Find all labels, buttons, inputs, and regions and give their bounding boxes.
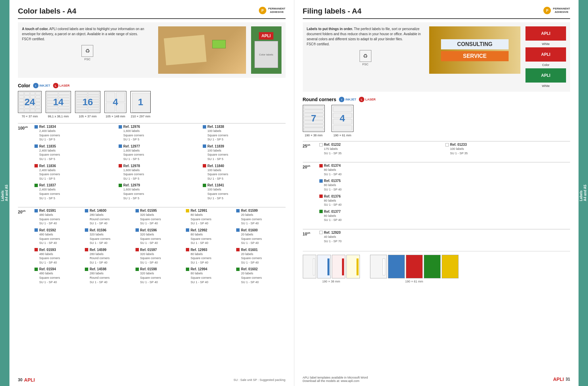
right-sh25-col2: Ref. 01233 100 labelsSU 1 - SP 35 bbox=[444, 143, 570, 158]
ref-11841-detail: 100 labelsSquare cornersSU 1 - SP 5 bbox=[203, 187, 284, 200]
right-title: Filing labels - A4 bbox=[303, 7, 362, 16]
ref-01377-text: Ref. 01377 bbox=[324, 210, 341, 213]
right-sh20-row: 20sh Ref. 01374 80 labelsSU 1 - SP 40 Re… bbox=[303, 162, 570, 225]
round-section-text: Round corners bbox=[303, 97, 337, 102]
product-01600: Ref. 01600 20 labelsSquare cornersSU 1 -… bbox=[236, 228, 284, 245]
ref-14599-detail: 280 labelsRound cornersSU 1 - SP 40 bbox=[85, 252, 132, 265]
dot-11836 bbox=[34, 164, 38, 167]
bottom-section: 190 × 38 mm 190 × bbox=[303, 251, 570, 283]
size-item-24: 24 70 × 37 mm bbox=[18, 91, 42, 118]
ref-11834-label: Ref. 11834 bbox=[34, 125, 116, 129]
binder-row-38 bbox=[303, 255, 360, 278]
right-header: Filing labels - A4 P PERMANENTADHESIVE bbox=[303, 7, 570, 19]
sh100-col3: Ref. 11838 100 labelsSquare cornersSU 1 … bbox=[201, 125, 286, 203]
dot-11834 bbox=[34, 125, 38, 129]
ref-11841-label: Ref. 11841 bbox=[203, 183, 284, 187]
product-01593: Ref. 01593 480 labelsSquare cornersSU 1 … bbox=[34, 248, 82, 265]
dot-01597 bbox=[136, 248, 139, 251]
dot-01596b bbox=[136, 228, 139, 232]
product-11836: Ref. 11836 2,400 labelsSquare cornersSU … bbox=[34, 164, 116, 181]
laser-dot: L bbox=[53, 83, 58, 88]
binder-wide-blue bbox=[388, 255, 405, 278]
dot-01600 bbox=[236, 228, 240, 232]
ref-12991-label: Ref. 12991 bbox=[186, 209, 234, 212]
dot-11835 bbox=[34, 144, 38, 148]
binder-red bbox=[332, 255, 345, 278]
right-sh20-col1: Ref. 01374 80 labelsSU 1 - SP 40 Ref. 01… bbox=[318, 164, 570, 225]
left-title: Color labels - A4 bbox=[18, 7, 76, 16]
intro-image-envelope bbox=[158, 26, 246, 74]
left-footer-brand: 30 APLI bbox=[18, 377, 35, 383]
ref-01591-text: Ref. 01591 bbox=[39, 209, 56, 212]
count-1: 1 bbox=[138, 97, 143, 108]
right-tab-text: LabelsA4 and A5 bbox=[579, 185, 587, 201]
prod-img-color: APLI bbox=[525, 47, 566, 62]
preview-16: 16 bbox=[75, 91, 100, 113]
product-01591: Ref. 01591 480 labelsSquare cornersSU 1 … bbox=[34, 209, 82, 226]
ref-01233-label: Ref. 01233 bbox=[445, 143, 569, 146]
inkjet-dot: i bbox=[33, 83, 39, 88]
product-01595: Ref. 01595 320 labelsSquare cornersSU 1 … bbox=[136, 209, 183, 226]
ref-01602-text: Ref. 01602 bbox=[241, 267, 258, 271]
ref-01375-detail: 80 labelsSU 1 - SP 40 bbox=[319, 183, 569, 191]
dot-01233 bbox=[445, 143, 449, 146]
right-sh25-columns: Ref. 01232 175 labelsSU 1 - SP 35 Ref. 0… bbox=[318, 143, 570, 158]
ref-01591-detail: 480 labelsSquare cornersSU 1 - SP 40 bbox=[34, 213, 82, 226]
right-side-tab: LabelsA4 and A5 bbox=[579, 0, 588, 386]
product-01597: Ref. 01597 320 labelsSquare cornersSU 1 … bbox=[136, 248, 183, 265]
product-12976: Ref. 12976 1,600 labelsSquare cornersSU … bbox=[119, 125, 200, 142]
fsc-text-right: FSC bbox=[362, 63, 368, 66]
dims-16: 105 × 37 mm bbox=[79, 115, 97, 118]
right-products-25sh: 25sh Ref. 01232 175 labelsSU 1 - SP 35 bbox=[303, 141, 570, 158]
right-products-20sh: 20sh Ref. 01374 80 labelsSU 1 - SP 40 Re… bbox=[303, 162, 570, 225]
ref-11838-label: Ref. 11838 bbox=[203, 125, 284, 129]
prod-img-white2: APLI bbox=[525, 68, 566, 83]
dot-14598 bbox=[85, 268, 88, 271]
ref-11837-label: Ref. 11837 bbox=[34, 183, 116, 187]
dot-11839 bbox=[203, 144, 206, 148]
ref-01374-text: Ref. 01374 bbox=[324, 164, 341, 167]
ref-01600-text: Ref. 01600 bbox=[241, 228, 258, 232]
left-permanent-badge: P PERMANENTADHESIVE bbox=[259, 7, 286, 14]
binder-group-38: 190 × 38 mm bbox=[303, 255, 360, 283]
ref-12992-text: Ref. 12992 bbox=[191, 228, 207, 232]
product-14599: Ref. 14599 280 labelsRound cornersSU 1 -… bbox=[85, 248, 132, 265]
right-permanent-text: PERMANENTADHESIVE bbox=[553, 7, 570, 14]
product-01377: Ref. 01377 80 labelsSU 1 - SP 40 bbox=[319, 210, 569, 222]
ref-01596b-text: Ref. 01596 bbox=[140, 228, 157, 232]
ref-01602-label: Ref. 01602 bbox=[236, 267, 284, 271]
left-page-num: 30 bbox=[18, 378, 22, 382]
size-item-4: 4 105 × 148 mm bbox=[104, 91, 126, 118]
dot-12977 bbox=[119, 144, 122, 148]
ref-12977-label: Ref. 12977 bbox=[119, 144, 200, 148]
ref-14599-label: Ref. 14599 bbox=[85, 248, 132, 252]
bottom-visuals: 190 × 38 mm 190 × bbox=[303, 255, 570, 283]
bottom-size2: 190 × 61 mm bbox=[370, 280, 459, 283]
product-12977: Ref. 12977 1,600 labelsSquare cornersSU … bbox=[119, 144, 200, 161]
count-4: 4 bbox=[113, 97, 118, 108]
dot-12978 bbox=[119, 164, 122, 167]
ref-01233-detail: 100 labelsSU 1 - SP 35 bbox=[445, 147, 569, 155]
ref-14600-label: Ref. 14600 bbox=[85, 209, 132, 212]
ref-01601-label: Ref. 01601 bbox=[236, 248, 284, 252]
right-permanent-badge: P PERMANENTADHESIVE bbox=[543, 7, 570, 14]
color-label: Color bbox=[525, 63, 566, 67]
left-intro-text: A touch of color. APLI colored labels ar… bbox=[22, 26, 153, 42]
right-sh25-row: 25sh Ref. 01232 175 labelsSU 1 - SP 35 bbox=[303, 141, 570, 158]
ref-11839-text: Ref. 11839 bbox=[207, 144, 224, 148]
dot-01232 bbox=[319, 143, 323, 146]
ref-12994-detail: 80 labelsSquare cornersSU 1 - SP 40 bbox=[186, 271, 234, 284]
dot-12992 bbox=[186, 228, 189, 232]
binder-yellow bbox=[346, 255, 360, 278]
ref-12920-label: Ref. 12920 bbox=[319, 231, 569, 234]
ref-12978-text: Ref. 12978 bbox=[123, 164, 140, 168]
ref-12976-text: Ref. 12976 bbox=[123, 125, 140, 129]
dot-12979 bbox=[119, 184, 122, 187]
product-01374: Ref. 01374 80 labelsSU 1 - SP 40 bbox=[319, 164, 569, 176]
right-laser-dot: L bbox=[359, 97, 364, 102]
ref-01592-label: Ref. 01592 bbox=[34, 228, 82, 232]
right-sh25-label: 25sh bbox=[303, 143, 318, 158]
dot-01593 bbox=[34, 248, 38, 251]
product-01599: Ref. 01599 20 labelsSquare cornersSU 1 -… bbox=[236, 209, 284, 226]
ref-01376-label: Ref. 01376 bbox=[319, 195, 569, 198]
